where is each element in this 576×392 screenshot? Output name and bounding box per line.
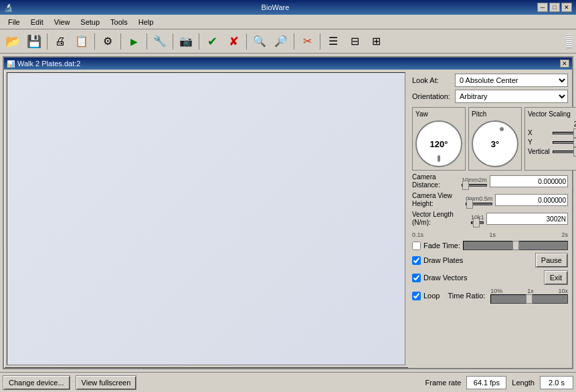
play-button[interactable]: ▶ (124, 31, 144, 52)
camera-height-slider[interactable] (466, 203, 492, 205)
view-fullscreen-button[interactable]: View fullscreen (76, 375, 137, 390)
toolbar-sep-6 (199, 33, 199, 50)
camera-distance-slider[interactable] (462, 184, 487, 187)
vector-scaling-title: Vector Scaling (528, 110, 576, 118)
settings-button[interactable]: ⚙ (98, 31, 118, 52)
change-device-button[interactable]: Change device... (3, 375, 70, 390)
orientation-row: Orientation: Arbitrary Top Front Side (412, 90, 568, 103)
toolbar-sep-7 (246, 33, 247, 50)
wrench-button[interactable]: 🔧 (150, 31, 170, 52)
inner-window: 📊 Walk 2 Plates.dat:2 ✕ Look At: 0 Absol… (3, 56, 573, 369)
fade-time-label: Fade Time: (423, 241, 460, 250)
loop-label: Loop (423, 292, 440, 300)
vector-vertical-slider[interactable] (553, 151, 576, 153)
canvas-area[interactable] (7, 72, 405, 365)
vector-length-value[interactable] (486, 213, 568, 225)
camera-height-value[interactable] (495, 194, 568, 206)
toolbar-sep-3 (120, 33, 121, 50)
print-button[interactable]: 🖨 (50, 31, 70, 52)
vector-length-range: 10k 1 (471, 214, 484, 224)
vector-x-slider[interactable] (553, 132, 576, 134)
maximize-button[interactable]: □ (549, 3, 560, 12)
pitch-value: 3° (491, 139, 499, 149)
save-icon: 💾 (27, 34, 41, 49)
draw-vectors-row: Draw Vectors Exit (412, 270, 568, 285)
length-value[interactable] (540, 376, 573, 389)
time-mid: 1s (489, 231, 496, 238)
menu-view[interactable]: View (49, 17, 76, 27)
loop-checkbox[interactable] (412, 292, 421, 300)
cut-button[interactable]: ✂ (297, 31, 317, 52)
fade-time-slider[interactable] (463, 241, 568, 250)
time-min: 0.1s (412, 231, 423, 238)
camera-distance-row: Camera Distance: 10mm 2m (412, 173, 568, 189)
zoom-in-button[interactable]: 🔍 (250, 31, 270, 52)
minimize-button[interactable]: ─ (537, 3, 548, 12)
cancel-icon: ✘ (229, 34, 239, 49)
lines3-button[interactable]: ⊞ (366, 31, 386, 52)
exit-button[interactable]: Exit (544, 270, 568, 285)
inner-window-close[interactable]: ✕ (560, 60, 569, 68)
app-title: BioWare (13, 3, 537, 11)
scissors-icon: ✂ (303, 35, 312, 47)
loop-row: Loop Time Ratio: 10% 1x 10x (412, 288, 568, 304)
menu-help[interactable]: Help (133, 17, 159, 27)
lines1-icon: ☰ (328, 35, 338, 47)
camera-distance-value[interactable] (490, 175, 568, 187)
vector-y-row: Y (528, 138, 576, 146)
menu-file[interactable]: File (3, 17, 25, 27)
orientation-label: Orientation: (412, 92, 452, 100)
draw-vectors-checkbox[interactable] (412, 274, 421, 282)
vector-length-row: Vector Length (N/m): 10k 1 (412, 211, 568, 227)
yaw-dial[interactable]: 120° (415, 120, 462, 167)
pitch-dial[interactable]: 3° (472, 120, 518, 167)
accept-button[interactable]: ✔ (202, 31, 222, 52)
frame-rate-value[interactable] (466, 376, 506, 389)
look-at-dropdown[interactable]: 0 Absolute Center 1 Relative 2 Custom (455, 74, 568, 87)
close-button[interactable]: ✕ (561, 3, 572, 12)
controls-panel: Look At: 0 Absolute Center 1 Relative 2 … (408, 70, 572, 368)
vector-x-label: X (528, 129, 551, 136)
open-button[interactable]: 📂 (3, 31, 23, 52)
time-ratio-slider[interactable] (490, 294, 568, 304)
lines1-button[interactable]: ☰ (323, 31, 343, 52)
pause-button[interactable]: Pause (535, 253, 568, 268)
time-section: 0.1s 1s 2s (412, 231, 568, 238)
time-limits: 0.1s 1s 2s (412, 231, 568, 238)
zoom-out-button[interactable]: 🔎 (271, 31, 291, 52)
time-ratio-min: 10% (490, 288, 502, 294)
camera-height-label: Camera View Height: (412, 192, 463, 208)
lines2-icon: ⊟ (351, 35, 359, 47)
open-icon: 📂 (5, 34, 20, 49)
toolbar-sep-1 (47, 33, 47, 50)
app-icon: 🔬 (4, 3, 13, 12)
save-button[interactable]: 💾 (24, 31, 44, 52)
length-label: Length (512, 379, 535, 387)
camera-button[interactable]: 📷 (176, 31, 196, 52)
yaw-value: 120° (430, 139, 448, 149)
orientation-dropdown[interactable]: Arbitrary Top Front Side (455, 90, 568, 103)
cancel-button[interactable]: ✘ (223, 31, 244, 52)
lines2-button[interactable]: ⊟ (345, 31, 365, 52)
menu-bar: File Edit View Setup Tools Help (0, 15, 576, 29)
fade-time-checkbox[interactable] (412, 241, 421, 250)
vector-scaling-box: Vector Scaling 25% 4x X Y (524, 107, 576, 171)
camera-icon: 📷 (179, 35, 193, 47)
inner-window-icon: 📊 (7, 60, 15, 68)
wrench-icon: 🔧 (153, 35, 167, 47)
window-controls: ─ □ ✕ (537, 3, 572, 12)
vector-y-slider[interactable] (553, 141, 576, 144)
menu-tools[interactable]: Tools (105, 17, 133, 27)
toolbar-sep-2 (94, 33, 95, 50)
vector-length-slider[interactable] (471, 221, 484, 224)
accept-icon: ✔ (207, 34, 217, 49)
time-ratio-limits: 10% 1x 10x (490, 288, 568, 294)
menu-setup[interactable]: Setup (75, 17, 105, 27)
time-ratio-mid: 1x (527, 288, 534, 294)
pitch-title: Pitch (472, 110, 518, 118)
canvas-background (7, 73, 405, 365)
copy-button[interactable]: 📋 (72, 31, 92, 52)
menu-edit[interactable]: Edit (25, 17, 49, 27)
window-content: Look At: 0 Absolute Center 1 Relative 2 … (4, 70, 572, 368)
draw-plates-checkbox[interactable] (412, 256, 421, 265)
